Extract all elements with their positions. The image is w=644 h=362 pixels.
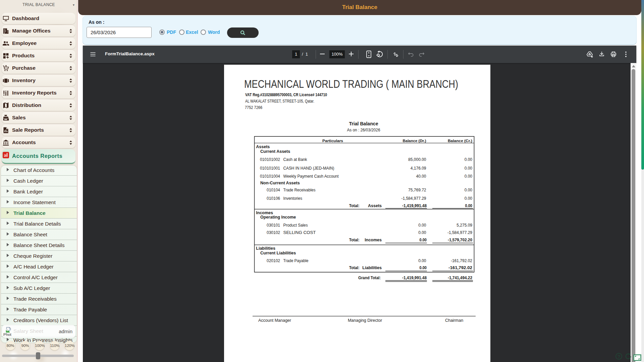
svg-text:010101004: 010101004 <box>260 174 280 179</box>
svg-text:Inventories: Inventories <box>283 196 303 201</box>
svg-text:Incomes: Incomes <box>365 238 382 242</box>
svg-text:4,176.09: 4,176.09 <box>411 166 426 171</box>
svg-text:030101: 030101 <box>267 223 280 228</box>
svg-text:010101002: 010101002 <box>260 157 280 162</box>
svg-text:020102: 020102 <box>267 258 280 263</box>
svg-text:-1,419,991.48: -1,419,991.48 <box>402 203 427 208</box>
svg-text:7752 7266: 7752 7266 <box>245 105 262 110</box>
svg-text:-161,792.02: -161,792.02 <box>451 258 472 263</box>
svg-text:Trade Payable: Trade Payable <box>283 258 309 263</box>
svg-text:-1,584,977.29: -1,584,977.29 <box>401 196 426 201</box>
svg-text:0.00: 0.00 <box>420 265 427 270</box>
svg-text:010101001: 010101001 <box>260 166 280 171</box>
svg-text:Trial Balance: Trial Balance <box>349 121 378 126</box>
svg-text:MECHANICAL WORLD TRADING ( MAI: MECHANICAL WORLD TRADING ( MAIN BRANCH) <box>244 78 458 90</box>
svg-text:Particulars: Particulars <box>322 139 343 143</box>
svg-text:0.00: 0.00 <box>418 258 426 263</box>
svg-text:Cash at Bank: Cash at Bank <box>283 157 308 162</box>
svg-text:Assets: Assets <box>368 203 382 208</box>
svg-text:-1,579,702.20: -1,579,702.20 <box>448 238 472 242</box>
svg-text:40.00: 40.00 <box>416 174 426 179</box>
svg-text:-1,419,991.48: -1,419,991.48 <box>402 276 427 280</box>
svg-text:Current Liabilities: Current Liabilities <box>260 251 296 255</box>
svg-text:0.00: 0.00 <box>418 230 426 235</box>
svg-text:Assets: Assets <box>256 144 270 149</box>
svg-text:VAT Reg.#310288895700003, CR L: VAT Reg.#310288895700003, CR License# 14… <box>245 92 327 97</box>
svg-text:0.00: 0.00 <box>465 157 473 162</box>
svg-text:0.00: 0.00 <box>420 238 427 242</box>
svg-text:0.00: 0.00 <box>465 174 473 179</box>
svg-text:Liabilities: Liabilities <box>256 246 275 251</box>
svg-text:Current Assets: Current Assets <box>260 149 290 154</box>
svg-text:0.00: 0.00 <box>465 203 473 208</box>
svg-text:Total:: Total: <box>349 203 360 208</box>
svg-text:0.00: 0.00 <box>418 223 426 228</box>
svg-text:Total:: Total: <box>349 238 360 242</box>
svg-text:Balance (Cr.): Balance (Cr.) <box>448 139 472 143</box>
svg-text:Total:: Total: <box>349 265 360 270</box>
svg-text:Weekly Payment Cash Account: Weekly Payment Cash Account <box>283 174 339 179</box>
svg-text:030102: 030102 <box>267 230 280 235</box>
svg-text:0.00: 0.00 <box>465 188 473 192</box>
svg-text:75,769.72: 75,769.72 <box>408 188 426 192</box>
svg-text:Account Manager: Account Manager <box>258 318 291 323</box>
svg-text:Operating Income: Operating Income <box>260 215 296 220</box>
svg-text:Incomes: Incomes <box>256 210 273 215</box>
svg-text:Balance (Dr.): Balance (Dr.) <box>403 139 426 143</box>
svg-text:-1,741,494.22: -1,741,494.22 <box>448 276 472 280</box>
svg-text:CASH IN HAND (JED-MAIN): CASH IN HAND (JED-MAIN) <box>283 166 334 171</box>
svg-text:010106: 010106 <box>267 196 280 201</box>
svg-text:5,275.09: 5,275.09 <box>457 223 472 228</box>
svg-text:85,000.00: 85,000.00 <box>408 157 426 162</box>
svg-text:AL WAKALAT STREET, STREET-105,: AL WAKALAT STREET, STREET-105, Qatar. <box>245 99 314 104</box>
svg-text:Managing Director: Managing Director <box>348 318 382 323</box>
svg-text:0.00: 0.00 <box>465 196 473 201</box>
svg-text:0.00: 0.00 <box>465 166 473 171</box>
svg-text:Chairman: Chairman <box>445 318 463 323</box>
svg-text:010104: 010104 <box>267 188 280 192</box>
svg-text:SELLING COST: SELLING COST <box>283 230 316 235</box>
svg-text:Trade Receivables: Trade Receivables <box>283 188 316 192</box>
svg-text:Grand Total:: Grand Total: <box>358 276 381 280</box>
svg-text:Liabilities: Liabilities <box>362 265 382 270</box>
svg-text:As on : 26/03/2026: As on : 26/03/2026 <box>347 127 380 132</box>
svg-text:-161,792.02: -161,792.02 <box>448 265 472 270</box>
svg-text:Product Sales: Product Sales <box>283 223 308 228</box>
svg-text:-1,584,977.29: -1,584,977.29 <box>447 230 472 235</box>
svg-text:Non-Current Assets: Non-Current Assets <box>260 181 300 185</box>
